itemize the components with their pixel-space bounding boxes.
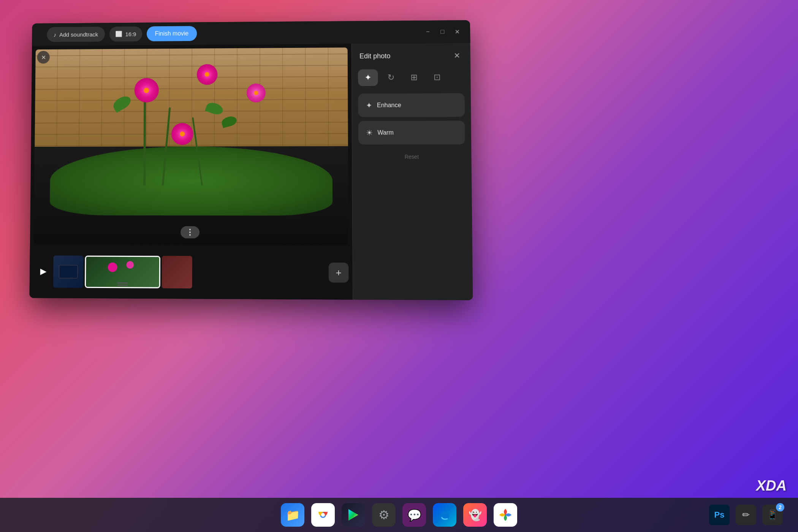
taskbar-settings[interactable]: ⚙ <box>372 503 396 527</box>
more-options-button[interactable] <box>180 226 200 238</box>
notification-badge: 2 <box>776 503 784 511</box>
clip-1[interactable] <box>53 255 84 288</box>
title-bar: ♪ Add soundtrack ⬜ 16:9 Finish movie − □… <box>32 20 470 46</box>
plant-stem-1 <box>143 88 146 186</box>
tab-crop[interactable]: ⊡ <box>427 69 447 86</box>
sliders-icon: ⊞ <box>410 73 417 82</box>
tab-rotate[interactable]: ↻ <box>381 69 401 86</box>
enhance-icon: ✦ <box>366 101 372 110</box>
add-soundtrack-button[interactable]: ♪ Add soundtrack <box>47 27 105 42</box>
taskbar-pinwheel[interactable] <box>494 503 517 527</box>
aspect-icon: ⬜ <box>115 31 122 38</box>
pinwheel-icon <box>499 508 512 522</box>
minimize-button[interactable]: − <box>423 27 434 37</box>
play-button[interactable]: ▶ <box>37 263 50 279</box>
edit-panel-close-button[interactable]: ✕ <box>451 50 463 61</box>
flower-2-center <box>205 72 209 77</box>
clip-3-thumbnail <box>162 256 192 288</box>
chrome-icon <box>316 508 330 522</box>
taskbar-pencil[interactable]: ✏ <box>736 505 756 525</box>
files-icon: 📁 <box>286 508 300 522</box>
flower-1 <box>134 78 158 103</box>
taskbar-right-area: Ps ✏ 📱 2 <box>709 505 783 525</box>
enhance-button[interactable]: ✦ Enhance <box>358 93 465 117</box>
reset-button[interactable]: Reset <box>352 149 472 165</box>
pencil-icon: ✏ <box>742 510 750 520</box>
edit-tabs: ✦ ↻ ⊞ ⊡ <box>352 66 471 89</box>
clip-1-thumbnail <box>53 255 84 288</box>
edit-panel: Edit photo ✕ ✦ ↻ ⊞ ⊡ <box>352 43 473 300</box>
flower-3-center <box>254 91 258 95</box>
main-content: ✕ <box>30 43 473 300</box>
edge-icon <box>438 508 451 522</box>
photo-display <box>34 48 348 245</box>
clip-2-selected[interactable] <box>85 255 160 288</box>
tab-adjust[interactable]: ⊞ <box>404 69 424 86</box>
photo-content <box>34 48 348 245</box>
close-button[interactable]: ✕ <box>451 26 462 37</box>
three-dots-icon <box>189 229 191 236</box>
edit-options: ✦ Enhance ☀ Warm <box>352 89 471 149</box>
tablet-icon: 📱 <box>767 510 778 520</box>
snap-icon: 👻 <box>469 509 482 521</box>
flower-1-center <box>144 87 149 93</box>
flower-2 <box>196 64 217 85</box>
toolbar-buttons: ♪ Add soundtrack ⬜ 16:9 Finish movie <box>47 26 197 42</box>
edit-panel-title: Edit photo <box>359 52 391 60</box>
tab-enhance[interactable]: ✦ <box>358 69 378 86</box>
play-store-icon <box>347 508 360 521</box>
aspect-ratio-button[interactable]: ⬜ 16:9 <box>109 26 142 41</box>
rotate-icon: ↻ <box>388 73 394 82</box>
sparkle-icon: ✦ <box>364 73 371 82</box>
crop-icon: ⊡ <box>434 72 440 82</box>
taskbar-slack[interactable]: 💬 <box>402 503 426 527</box>
timeline-area: ▶ <box>30 245 353 299</box>
flower-4-center <box>180 131 185 136</box>
dot-1 <box>189 229 191 230</box>
dot-3 <box>189 234 191 236</box>
desktop: ♪ Add soundtrack ⬜ 16:9 Finish movie − □… <box>0 0 798 532</box>
music-icon: ♪ <box>54 31 56 38</box>
video-area: ✕ <box>30 44 353 299</box>
flower-4 <box>171 123 193 145</box>
title-bar-controls: − □ ✕ <box>423 26 462 37</box>
laptop-icon <box>59 265 78 278</box>
warm-button[interactable]: ☀ Warm <box>358 121 465 145</box>
warm-icon: ☀ <box>366 128 373 137</box>
slack-icon: 💬 <box>407 508 421 522</box>
flower-photo <box>34 48 348 245</box>
taskbar-edge[interactable] <box>433 503 456 527</box>
taskbar-photoshop[interactable]: Ps <box>709 505 730 525</box>
taskbar-tablet-wrapper: 📱 2 <box>762 505 783 525</box>
ps-icon: Ps <box>714 510 725 520</box>
app-window: ♪ Add soundtrack ⬜ 16:9 Finish movie − □… <box>30 20 473 300</box>
settings-icon: ⚙ <box>378 508 390 522</box>
taskbar: 📁 <box>0 498 798 532</box>
green-foliage <box>49 146 332 216</box>
timeline-strip <box>53 255 325 289</box>
edit-panel-header: Edit photo ✕ <box>352 43 470 66</box>
add-clip-button[interactable]: + <box>329 263 349 283</box>
xda-watermark: XDA <box>756 478 787 494</box>
taskbar-files[interactable]: 📁 <box>281 503 304 527</box>
clip-3[interactable] <box>162 256 192 288</box>
svg-point-2 <box>321 513 325 517</box>
taskbar-chrome[interactable] <box>311 503 335 527</box>
taskbar-play-store[interactable] <box>342 503 365 527</box>
maximize-button[interactable]: □ <box>437 27 448 37</box>
finish-movie-button[interactable]: Finish movie <box>147 26 197 41</box>
drag-bar-1 <box>117 282 128 283</box>
taskbar-snap[interactable]: 👻 <box>463 503 487 527</box>
clip-drag-handle[interactable] <box>114 281 131 287</box>
dot-2 <box>189 231 191 233</box>
flower-3 <box>247 83 266 102</box>
drag-bar-2 <box>117 285 128 286</box>
